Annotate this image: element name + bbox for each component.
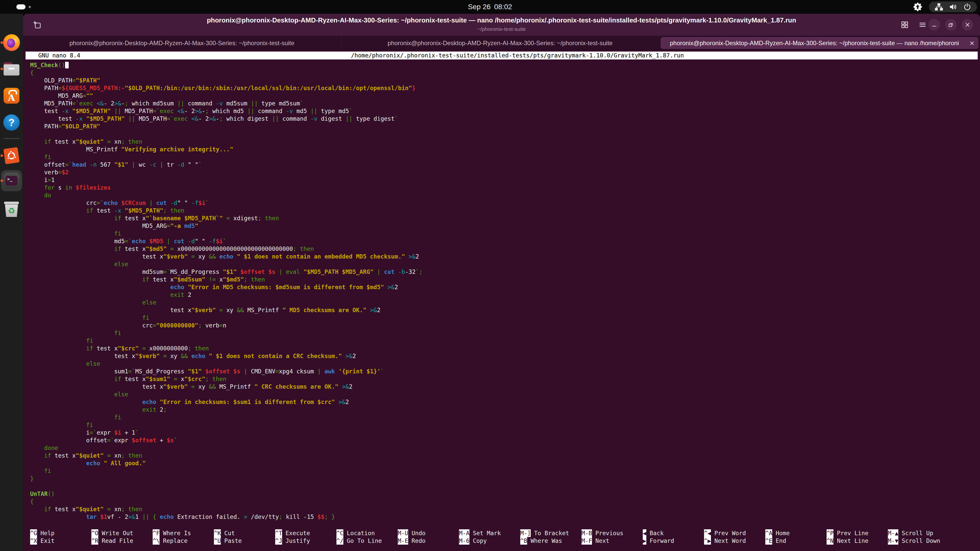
- close-button[interactable]: [962, 19, 974, 31]
- code-line[interactable]: offset=`expr $offset + $s`: [30, 437, 980, 444]
- menu-button[interactable]: [917, 19, 928, 31]
- code-line[interactable]: test -x "$MD5_PATH" || MD5_PATH=`exec <&…: [30, 107, 980, 115]
- code-line[interactable]: fi: [30, 314, 980, 322]
- code-line[interactable]: tar $1vf - 2>&1 || { echo Extraction fai…: [30, 513, 980, 521]
- code-line[interactable]: exit 2: [30, 291, 980, 299]
- workspace-indicator-pill[interactable]: [16, 4, 25, 10]
- code-line[interactable]: PATH="$OLD_PATH": [30, 122, 980, 130]
- code-line[interactable]: sum1=`MS_dd_Progress "$1" $offset $s | C…: [30, 367, 980, 375]
- terminal-content[interactable]: GNU nano 8.4 /home/phoronix/.phoronix-te…: [23, 50, 980, 551]
- dock-item-ubuntu-installer[interactable]: [2, 146, 21, 165]
- code-line[interactable]: {: [30, 69, 980, 76]
- nano-version: GNU nano 8.4: [38, 52, 80, 59]
- tab-overview-button[interactable]: [899, 19, 910, 31]
- editor-lines[interactable]: MS_Check() { OLD_PATH="$PATH" PATH=${GUE…: [30, 61, 980, 521]
- dock-item-terminal[interactable]: >_: [2, 171, 21, 190]
- code-line[interactable]: if test x"$quiet" = xn; then: [30, 138, 980, 146]
- shortcut-key: M-F: [582, 537, 592, 545]
- code-line[interactable]: offset=`head -n 567 "$1" | wc -c | tr -d…: [30, 161, 980, 168]
- code-line[interactable]: MD5_ARG="-a md5": [30, 222, 980, 230]
- power-icon: [963, 3, 971, 11]
- tab-close-icon[interactable]: ×: [969, 39, 974, 47]
- dock-item-trash[interactable]: ♻: [2, 200, 21, 218]
- code-line[interactable]: MD5_ARG="": [30, 92, 980, 100]
- code-line[interactable]: else: [30, 299, 980, 306]
- code-line[interactable]: else: [30, 260, 980, 268]
- software-update-icon[interactable]: [913, 2, 922, 11]
- minimize-button[interactable]: [928, 19, 940, 31]
- code-line[interactable]: fi: [30, 413, 980, 421]
- code-line[interactable]: echo "Error in checksums: $sum1 is diffe…: [30, 398, 980, 406]
- dock-item-files[interactable]: [2, 60, 21, 78]
- window-title: phoronix@phoronix-Desktop-AMD-Ryzen-AI-M…: [125, 16, 878, 24]
- dock-item-firefox[interactable]: [2, 33, 21, 52]
- shortcut-column: ^GHelp^XExit: [30, 529, 54, 545]
- dock-item-app-center[interactable]: A: [2, 87, 21, 105]
- code-line[interactable]: if test x"`basename $MD5_PATH`" = xdiges…: [30, 214, 980, 222]
- code-line[interactable]: if test -x "$MD5_PATH"; then: [30, 207, 980, 214]
- code-line[interactable]: if test x"$md5" = x000000000000000000000…: [30, 245, 980, 252]
- code-line[interactable]: fi: [30, 230, 980, 237]
- code-line[interactable]: done: [30, 444, 980, 452]
- shortcut-key: ^/: [336, 537, 344, 545]
- code-line[interactable]: test x"$verb" = xy && echo " $1 does not…: [30, 352, 980, 360]
- tab-1[interactable]: phoronix@phoronix-Desktop-AMD-Ryzen-AI-M…: [23, 36, 341, 50]
- clock[interactable]: Sep 26 08:02: [468, 0, 512, 14]
- code-line[interactable]: if test x"$crc" = x0000000000; then: [30, 345, 980, 352]
- code-line[interactable]: i=1: [30, 176, 980, 184]
- tab-2[interactable]: phoronix@phoronix-Desktop-AMD-Ryzen-AI-M…: [341, 36, 659, 50]
- quick-settings-pill[interactable]: [929, 2, 977, 12]
- shortcut-column: ◀Back▶Forward: [643, 529, 674, 545]
- code-line[interactable]: echo "Error in MD5 checksums: $md5sum is…: [30, 283, 980, 291]
- shortcut-label: Forward: [650, 537, 674, 544]
- code-line[interactable]: else: [30, 360, 980, 367]
- code-line[interactable]: PATH=${GUESS_MD5_PATH:-"$OLD_PATH:/bin:/…: [30, 84, 980, 92]
- code-line[interactable]: for s in $filesizes: [30, 184, 980, 191]
- code-line[interactable]: [30, 482, 980, 490]
- code-line[interactable]: UnTAR(): [30, 490, 980, 498]
- code-line[interactable]: if test x"$quiet" = xn; then: [30, 452, 980, 459]
- window-subtitle: ~/phoronix-test-suite: [176, 26, 827, 32]
- code-line[interactable]: test x"$verb" = xy && echo " $1 does not…: [30, 252, 980, 260]
- restore-button[interactable]: [945, 19, 957, 31]
- code-line[interactable]: fi: [30, 153, 980, 161]
- code-line[interactable]: if test x"$md5sum" != x"$md5"; then: [30, 276, 980, 283]
- code-line[interactable]: {: [30, 498, 980, 505]
- workspace-indicator-dot[interactable]: [29, 6, 31, 8]
- code-line[interactable]: i=`expr $i + 1`: [30, 429, 980, 437]
- code-line[interactable]: if test x"$quiet" = xn; then: [30, 505, 980, 513]
- code-line[interactable]: test x"$verb" = xy && MS_Printf " MD5 ch…: [30, 306, 980, 314]
- code-line[interactable]: do: [30, 191, 980, 199]
- code-line[interactable]: OLD_PATH="$PATH": [30, 76, 980, 84]
- code-line[interactable]: [30, 130, 980, 138]
- code-line[interactable]: fi: [30, 337, 980, 345]
- code-line[interactable]: crc=`echo $CRCsum | cut -d" " -f$i`: [30, 199, 980, 207]
- help-icon: ?: [3, 114, 20, 131]
- code-line[interactable]: fi: [30, 421, 980, 429]
- shortcut-key: ^A: [765, 529, 772, 537]
- code-line[interactable]: MS_Printf "Verifying archive integrity..…: [30, 146, 980, 153]
- tab-3-active[interactable]: phoronix@phoronix-Desktop-AMD-Ryzen-AI-M…: [661, 37, 978, 49]
- code-line[interactable]: fi: [30, 467, 980, 475]
- dock-item-help[interactable]: ?: [2, 113, 21, 132]
- code-line[interactable]: md5=`echo $MD5 | cut -d" " -f$i`: [30, 237, 980, 245]
- new-tab-button[interactable]: [31, 19, 43, 31]
- code-line[interactable]: MD5_PATH=`exec <&- 2>&-; which md5sum ||…: [30, 100, 980, 107]
- code-line[interactable]: fi: [30, 329, 980, 337]
- code-line[interactable]: test x"$verb" = xy && MS_Printf " CRC ch…: [30, 383, 980, 391]
- code-line[interactable]: verb=$2: [30, 168, 980, 176]
- shortcut-label: Exit: [40, 537, 54, 544]
- code-line[interactable]: crc="0000000000"; verb=n: [30, 322, 980, 329]
- shortcut-key: M-A: [459, 529, 469, 537]
- clock-time: 08:02: [494, 3, 512, 11]
- shortcut-key: ^O: [91, 529, 98, 537]
- code-line[interactable]: }: [30, 475, 980, 482]
- code-line[interactable]: echo " All good.": [30, 459, 980, 467]
- code-line[interactable]: else: [30, 391, 980, 398]
- dock: A ? >_ ♻: [0, 14, 23, 551]
- code-line[interactable]: exit 2;: [30, 406, 980, 413]
- code-line[interactable]: test -x "$MD5_PATH" || MD5_PATH=`exec <&…: [30, 115, 980, 122]
- code-line[interactable]: MS_Check(): [30, 61, 980, 69]
- code-line[interactable]: if test x"$sum1" = x"$crc"; then: [30, 375, 980, 383]
- code-line[interactable]: md5sum=`MS_dd_Progress "$1" $offset $s |…: [30, 268, 980, 276]
